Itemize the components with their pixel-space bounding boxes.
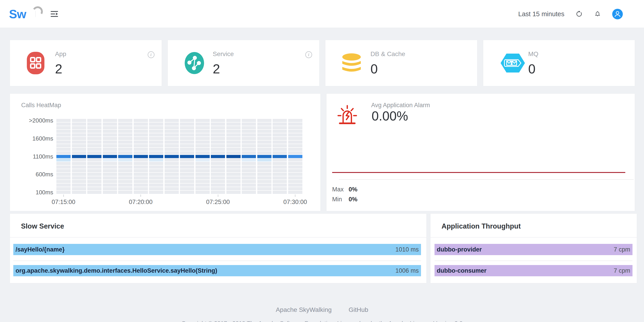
message-queue-icon	[500, 51, 526, 75]
heatmap-cell	[180, 137, 194, 140]
stat-card-db-cache: DB & Cache0	[325, 40, 477, 86]
app-grid-icon	[27, 51, 52, 75]
heatmap-cell	[211, 144, 225, 147]
heatmap-cell	[134, 169, 148, 172]
heatmap-cell	[72, 137, 86, 140]
refresh-icon[interactable]	[575, 10, 583, 18]
heatmap-cell	[196, 183, 210, 187]
stat-card-meta: Service2	[213, 50, 234, 76]
heatmap-cell	[272, 123, 287, 126]
heatmap-cell	[72, 148, 86, 151]
heatmap-cell	[180, 165, 194, 169]
heatmap-cell	[56, 141, 70, 144]
heatmap-cell	[272, 119, 287, 122]
heatmap-cell	[134, 119, 148, 122]
footer-link-github[interactable]: GitHub	[348, 306, 368, 314]
heatmap-cell	[103, 119, 117, 122]
heatmap-cell	[134, 187, 148, 190]
heatmap-cell	[56, 133, 70, 137]
heatmap-cell	[72, 180, 86, 183]
heatmap-cell	[180, 144, 194, 147]
heatmap-cell	[211, 169, 225, 172]
heatmap-cell	[180, 123, 194, 126]
heatmap-cell	[118, 158, 132, 161]
heatmap-cell	[242, 191, 256, 194]
heatmap-cell	[288, 162, 302, 165]
heatmap-cell	[103, 169, 117, 172]
stat-card-meta: MQ0	[528, 50, 538, 76]
heatmap-cell	[118, 155, 132, 158]
application-throughput-panel: Application Throughput dubbo-provider7 c…	[430, 213, 637, 283]
heatmap-cell	[211, 162, 225, 165]
heatmap-cell	[103, 158, 117, 161]
heatmap-cell	[118, 162, 132, 165]
heatmap-cell	[149, 126, 163, 129]
heatmap-cell	[149, 191, 163, 194]
heatmap-cell	[149, 119, 163, 122]
heatmap-cell	[288, 141, 302, 144]
user-avatar[interactable]	[612, 9, 623, 19]
heatmap-cell	[211, 148, 225, 151]
sidebar-toggle-icon[interactable]	[50, 10, 58, 17]
heatmap-cell	[56, 155, 70, 158]
heatmap-cell	[211, 187, 225, 190]
heatmap-cell	[164, 191, 179, 194]
heatmap-cell	[242, 141, 256, 144]
heatmap-cell	[196, 144, 210, 147]
heatmap-cell	[196, 151, 210, 155]
list-divider	[13, 261, 421, 261]
slow-service-list: /sayHello/{name}1010 msorg.apache.skywal…	[13, 237, 421, 276]
heatmap-cell	[226, 130, 240, 133]
heatmap-cell	[242, 158, 256, 161]
notifications-bell-icon[interactable]	[594, 10, 602, 18]
heatmap-cell	[72, 176, 86, 179]
heatmap-cell	[226, 141, 240, 144]
heatmap-cell	[180, 141, 194, 144]
app-logo[interactable]: Sw	[9, 5, 43, 22]
heatmap-cell	[242, 133, 256, 137]
heatmap-cell	[118, 141, 132, 144]
info-icon[interactable]: i	[305, 51, 312, 58]
info-icon[interactable]: i	[148, 51, 154, 58]
heatmap-cell	[272, 148, 287, 151]
heatmap-cell	[257, 148, 272, 151]
heatmap-cell	[164, 130, 179, 133]
time-range-selector[interactable]: Last 15 minutes	[518, 10, 564, 18]
heatmap-y-label: 600ms	[10, 171, 53, 177]
heatmap-cell	[149, 155, 163, 158]
header-right-tools: Last 15 minutes	[518, 0, 623, 28]
heatmap-cell	[118, 169, 132, 172]
heatmap-cell	[226, 148, 240, 151]
heatmap-cell	[242, 183, 256, 187]
heatmap-cell	[87, 130, 102, 133]
heatmap-cell	[226, 191, 240, 194]
heatmap-cell	[87, 180, 102, 183]
heatmap-cell	[242, 148, 256, 151]
heatmap-cell	[134, 191, 148, 194]
heatmap-cell	[118, 151, 132, 155]
heatmap-cell	[72, 151, 86, 155]
alarm-min-label: Min	[332, 196, 348, 203]
footer-link-apache-skywalking[interactable]: Apache SkyWalking	[276, 306, 332, 314]
heatmap-cell	[242, 144, 256, 147]
heatmap-cell	[103, 155, 117, 158]
heatmap-cell	[211, 183, 225, 187]
heatmap-cell	[180, 173, 194, 176]
stat-card-meta: App2	[55, 50, 66, 76]
stat-card-label: MQ	[528, 50, 538, 58]
throughput-name: dubbo-provider	[437, 246, 482, 253]
heatmap-cell	[288, 176, 302, 179]
heatmap-cell	[180, 133, 194, 137]
heatmap-cell	[56, 187, 70, 190]
header-divider	[36, 11, 36, 17]
heatmap-cell	[118, 187, 132, 190]
heatmap-cell	[164, 126, 179, 129]
heatmap-cell	[56, 173, 70, 176]
heatmap-cell	[257, 187, 272, 190]
heatmap-cell	[196, 176, 210, 179]
heatmap-cell	[87, 151, 102, 155]
stat-card-label: DB & Cache	[370, 50, 405, 58]
heatmap-cell	[72, 165, 86, 169]
list-divider	[434, 261, 632, 261]
heatmap-cell	[118, 119, 132, 122]
